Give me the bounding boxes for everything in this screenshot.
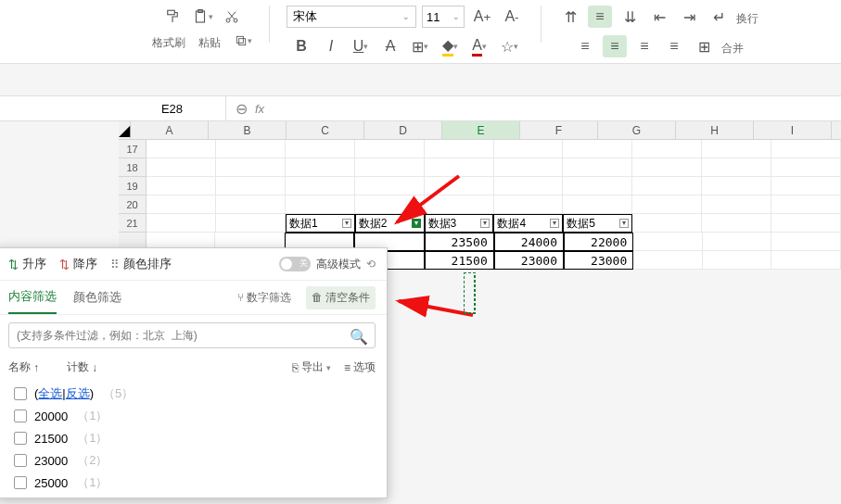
filter-dropdown-icon[interactable]: ▾ <box>342 219 351 228</box>
cell[interactable] <box>494 158 564 177</box>
data-cell[interactable]: 24000 <box>494 233 564 251</box>
filter-dropdown-icon[interactable]: ▾ <box>550 219 559 228</box>
wrap-text-icon[interactable]: ↵ <box>707 6 731 28</box>
tab-content-filter[interactable]: 内容筛选 <box>8 281 57 314</box>
copy-icon[interactable]: ▾ <box>234 30 252 52</box>
cell[interactable] <box>494 140 564 158</box>
row-header[interactable]: 20 <box>119 195 147 214</box>
sort-desc-button[interactable]: ⇅降序 <box>59 256 97 272</box>
checkbox[interactable] <box>14 476 27 489</box>
filter-dropdown-icon[interactable]: ▾ <box>480 219 490 228</box>
align-middle-icon[interactable]: ≡ <box>588 6 612 28</box>
checkbox[interactable] <box>14 387 27 400</box>
cell[interactable] <box>216 140 286 158</box>
data-cell[interactable]: 23500 <box>425 233 494 251</box>
cell[interactable] <box>563 158 632 177</box>
cell[interactable] <box>632 177 702 195</box>
cell[interactable] <box>633 251 703 270</box>
cell[interactable] <box>771 140 841 158</box>
number-filter-button[interactable]: ⑂数字筛选 <box>232 286 297 309</box>
cut-icon[interactable] <box>220 6 244 28</box>
select-all-link[interactable]: 全选 <box>38 386 62 400</box>
refresh-icon[interactable]: ⟲ <box>366 258 376 271</box>
align-top-icon[interactable]: ⇈ <box>558 6 582 28</box>
cell[interactable] <box>147 158 216 177</box>
decrease-font-icon[interactable]: A- <box>500 6 524 28</box>
cell[interactable] <box>771 195 841 214</box>
export-button[interactable]: ⎘ 导出▾ <box>292 359 331 375</box>
column-header[interactable]: D <box>364 121 442 140</box>
cell[interactable] <box>425 140 494 158</box>
cell[interactable] <box>563 140 632 158</box>
column-header[interactable]: C <box>287 121 364 140</box>
underline-icon[interactable]: U▾ <box>349 35 373 57</box>
tab-color-filter[interactable]: 颜色筛选 <box>73 282 121 313</box>
data-cell[interactable]: 23000 <box>564 251 633 270</box>
column-header[interactable]: I <box>754 121 832 140</box>
row-header[interactable]: 21 <box>119 214 147 233</box>
cell[interactable] <box>771 233 841 251</box>
clear-filter-button[interactable]: 🗑清空条件 <box>306 286 376 309</box>
column-header[interactable]: G <box>598 121 676 140</box>
cell[interactable] <box>563 195 632 214</box>
sort-by-count[interactable]: 计数 ↓ <box>67 359 97 375</box>
cell[interactable] <box>286 177 355 195</box>
cell[interactable] <box>216 195 286 214</box>
cell[interactable] <box>702 140 771 158</box>
checkbox[interactable] <box>14 454 27 467</box>
cell[interactable] <box>494 177 564 195</box>
align-center-icon[interactable]: ≡ <box>603 35 627 57</box>
data-cell[interactable]: 23000 <box>494 251 564 270</box>
cell[interactable] <box>702 158 771 177</box>
cell[interactable] <box>632 140 702 158</box>
cell[interactable] <box>425 177 494 195</box>
cell[interactable] <box>355 195 425 214</box>
indent-left-icon[interactable]: ⇤ <box>647 6 671 28</box>
cell[interactable] <box>355 140 425 158</box>
select-all-corner[interactable]: ◢ <box>119 121 131 140</box>
table-header-cell[interactable]: 数据3▾ <box>425 214 494 233</box>
cell[interactable] <box>286 158 355 177</box>
cell[interactable] <box>147 140 216 158</box>
italic-icon[interactable]: I <box>319 35 343 57</box>
sort-color-button[interactable]: ⠿颜色排序 <box>110 256 172 272</box>
column-header[interactable]: H <box>676 121 754 140</box>
column-header[interactable]: E <box>442 121 520 140</box>
cell[interactable] <box>355 177 425 195</box>
format-painter-icon[interactable] <box>160 6 185 28</box>
filter-dropdown-icon[interactable]: ▾ <box>619 219 629 228</box>
checkbox[interactable] <box>14 410 27 422</box>
filter-item[interactable]: 25000（1） <box>8 472 376 494</box>
filter-select-all-row[interactable]: (全选|反选) （5） <box>8 383 376 405</box>
justify-icon[interactable]: ≡ <box>662 35 686 57</box>
cell[interactable] <box>216 177 286 195</box>
sort-by-name[interactable]: 名称 ↑ <box>8 359 39 375</box>
cell-reference[interactable]: E28 <box>119 96 226 120</box>
bold-icon[interactable]: B <box>289 35 313 57</box>
increase-font-icon[interactable]: A+ <box>470 6 494 28</box>
table-header-cell[interactable]: 数据5▾ <box>563 214 632 233</box>
cell[interactable] <box>425 158 494 177</box>
filter-item[interactable]: 21500（1） <box>8 427 376 449</box>
cell[interactable] <box>286 195 355 214</box>
border-icon[interactable]: ⊞▾ <box>408 35 432 57</box>
column-header[interactable]: J <box>832 121 841 140</box>
cell[interactable] <box>563 177 632 195</box>
cell[interactable] <box>703 251 772 270</box>
options-button[interactable]: ≡ 选项 <box>344 359 376 375</box>
font-name-select[interactable]: 宋体⌄ <box>287 6 416 28</box>
sort-asc-button[interactable]: ⇅升序 <box>8 256 46 272</box>
cell[interactable] <box>633 233 703 251</box>
align-left-icon[interactable]: ≡ <box>573 35 597 57</box>
cell[interactable] <box>632 195 702 214</box>
column-header[interactable]: A <box>131 121 209 140</box>
table-header-cell[interactable]: 数据2▾ <box>355 214 425 233</box>
indent-right-icon[interactable]: ⇥ <box>677 6 701 28</box>
fx-icon[interactable]: fx <box>255 102 264 116</box>
filter-dropdown-icon[interactable]: ▾ <box>412 219 421 228</box>
filter-search-input[interactable] <box>8 322 376 348</box>
paste-icon[interactable]: ▾ <box>190 6 214 28</box>
filter-item[interactable]: 20000（1） <box>8 405 376 427</box>
zoom-icon[interactable]: ⊖ <box>236 100 248 118</box>
row-header[interactable]: 19 <box>119 177 147 195</box>
